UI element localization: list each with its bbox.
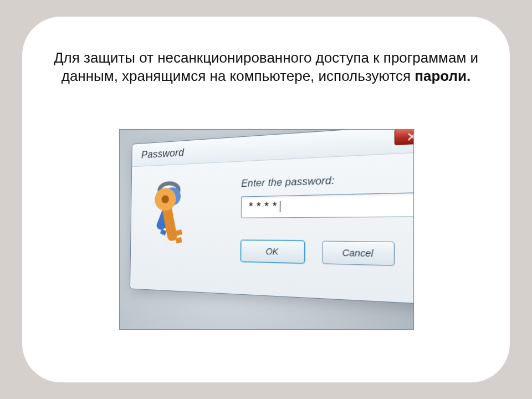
svg-rect-5 [160,229,167,236]
password-value: **** [248,201,279,213]
text-caret [280,201,280,212]
headline-bold: пароли. [415,68,470,84]
password-dialog: Password [130,129,414,305]
ok-button[interactable]: OK [241,240,305,264]
cancel-button[interactable]: Cancel [322,241,395,266]
dialog-title: Password [141,146,185,161]
dialog-body: Enter the password: **** OK Cancel [130,152,414,304]
cancel-button-label: Cancel [342,248,373,259]
dialog-button-row: OK Cancel [241,240,395,266]
dialog-perspective-wrap: Password [131,144,408,310]
close-icon [407,129,414,144]
keys-icon [140,172,211,255]
close-button[interactable] [395,129,414,145]
password-prompt-label: Enter the password: [241,175,335,190]
ok-button-label: OK [265,247,278,257]
dialog-photo: Password [119,129,414,330]
headline-text: Для защиты от несанкционированного досту… [44,49,488,85]
password-input[interactable]: **** [241,192,414,218]
slide-card: Для защиты от несанкционированного досту… [22,17,510,382]
